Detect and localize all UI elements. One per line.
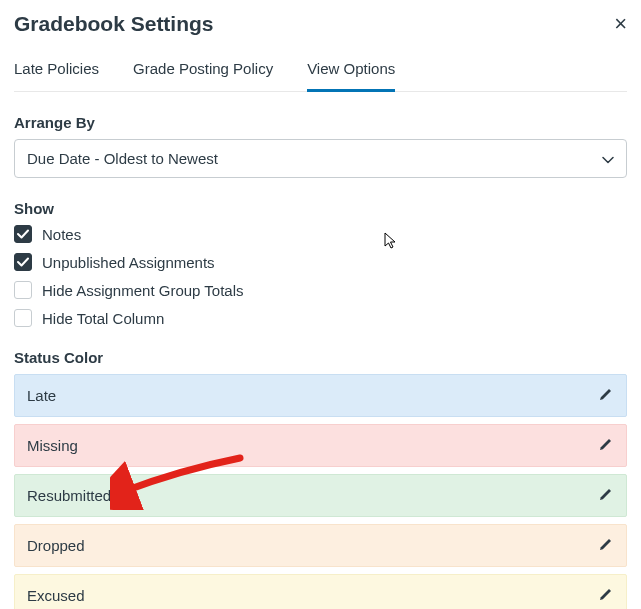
show-unpublished-row: Unpublished Assignments xyxy=(14,253,627,271)
arrange-select[interactable]: Due Date - Oldest to Newest xyxy=(14,139,627,178)
show-hide-group-totals-checkbox[interactable] xyxy=(14,281,32,299)
show-hide-total-checkbox[interactable] xyxy=(14,309,32,327)
arrange-value: Due Date - Oldest to Newest xyxy=(27,150,218,167)
status-resubmitted-label: Resubmitted xyxy=(27,487,111,504)
show-hide-group-totals-row: Hide Assignment Group Totals xyxy=(14,281,627,299)
tab-late-policies[interactable]: Late Policies xyxy=(14,54,99,91)
status-missing-row[interactable]: Missing xyxy=(14,424,627,467)
show-unpublished-label: Unpublished Assignments xyxy=(42,254,215,271)
status-excused-row[interactable]: Excused xyxy=(14,574,627,609)
show-hide-total-row: Hide Total Column xyxy=(14,309,627,327)
chevron-down-icon xyxy=(602,150,614,167)
status-resubmitted-row[interactable]: Resubmitted xyxy=(14,474,627,517)
status-color-section: Status Color Late Missing Resubmitted xyxy=(14,349,627,609)
show-hide-group-totals-label: Hide Assignment Group Totals xyxy=(42,282,244,299)
pencil-icon xyxy=(598,386,614,405)
arrange-label: Arrange By xyxy=(14,114,627,131)
tab-grade-posting-policy[interactable]: Grade Posting Policy xyxy=(133,54,273,91)
show-notes-label: Notes xyxy=(42,226,81,243)
pencil-icon xyxy=(598,586,614,605)
status-dropped-row[interactable]: Dropped xyxy=(14,524,627,567)
show-unpublished-checkbox[interactable] xyxy=(14,253,32,271)
show-notes-checkbox[interactable] xyxy=(14,225,32,243)
show-notes-row: Notes xyxy=(14,225,627,243)
tab-view-options[interactable]: View Options xyxy=(307,54,395,91)
status-color-list: Late Missing Resubmitted Dropped xyxy=(14,374,627,609)
gradebook-settings-modal: Gradebook Settings × Late Policies Grade… xyxy=(0,0,641,609)
pencil-icon xyxy=(598,486,614,505)
status-color-label: Status Color xyxy=(14,349,627,366)
arrange-section: Arrange By Due Date - Oldest to Newest xyxy=(14,114,627,178)
modal-header: Gradebook Settings × xyxy=(14,0,627,54)
show-hide-total-label: Hide Total Column xyxy=(42,310,164,327)
status-dropped-label: Dropped xyxy=(27,537,85,554)
status-missing-label: Missing xyxy=(27,437,78,454)
show-label: Show xyxy=(14,200,627,217)
pencil-icon xyxy=(598,436,614,455)
close-button[interactable]: × xyxy=(614,13,627,35)
modal-title: Gradebook Settings xyxy=(14,12,214,36)
status-late-row[interactable]: Late xyxy=(14,374,627,417)
pencil-icon xyxy=(598,536,614,555)
show-section: Show Notes Unpublished Assignments Hide … xyxy=(14,200,627,327)
status-late-label: Late xyxy=(27,387,56,404)
status-excused-label: Excused xyxy=(27,587,85,604)
tabs: Late Policies Grade Posting Policy View … xyxy=(14,54,627,92)
